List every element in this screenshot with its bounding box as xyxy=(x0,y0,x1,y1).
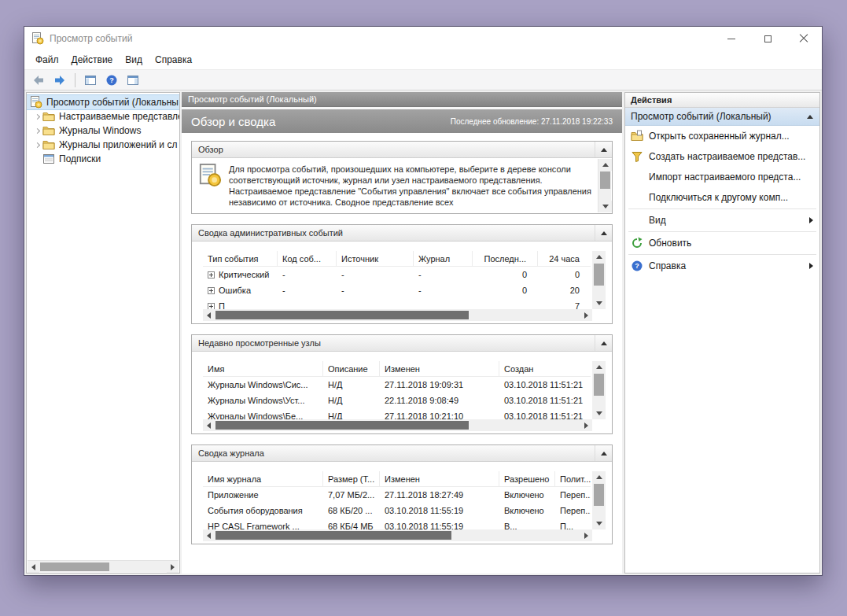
menu-file[interactable]: Файл xyxy=(29,54,65,65)
scroll-down-button[interactable] xyxy=(592,518,606,529)
scrollbar-thumb[interactable] xyxy=(600,172,610,189)
expand-chevron[interactable] xyxy=(31,129,42,133)
actions-group-header[interactable]: Просмотр событий (Локальный) xyxy=(625,108,819,126)
overview-section-header[interactable]: Обзор xyxy=(192,142,612,158)
table-row[interactable]: Журналы Windows\Уст... Н/Д 22.11.2018 9:… xyxy=(203,393,591,408)
scroll-left-button[interactable] xyxy=(203,529,215,541)
scroll-left-button[interactable] xyxy=(203,309,215,321)
scroll-down-button[interactable] xyxy=(592,408,606,419)
recent-nodes-section-header[interactable]: Недавно просмотренные узлы xyxy=(192,335,612,352)
titlebar[interactable]: Просмотр событий xyxy=(24,27,822,50)
log-summary-vertical-scrollbar[interactable] xyxy=(592,471,606,529)
log-summary-horizontal-scrollbar[interactable] xyxy=(203,529,592,541)
scrollbar-thumb[interactable] xyxy=(594,264,604,286)
expand-chevron[interactable] xyxy=(31,115,42,119)
scroll-right-button[interactable] xyxy=(167,561,179,573)
scroll-right-button[interactable] xyxy=(580,309,592,321)
menu-help[interactable]: Справка xyxy=(149,54,198,65)
minimize-button[interactable] xyxy=(713,27,749,50)
column-header[interactable]: Изменен xyxy=(380,471,499,486)
overview-vertical-scrollbar[interactable] xyxy=(598,159,611,212)
scroll-left-button[interactable] xyxy=(203,419,215,431)
tree-item-custom-views[interactable]: Настраиваемые представле xyxy=(27,109,179,124)
menu-action[interactable]: Действие xyxy=(65,54,120,65)
scroll-up-button[interactable] xyxy=(592,251,606,263)
console-tree-toggle-button[interactable] xyxy=(82,72,99,89)
recent-nodes-vertical-scrollbar[interactable] xyxy=(592,361,606,419)
scroll-up-button[interactable] xyxy=(598,159,612,171)
scrollbar-thumb[interactable] xyxy=(215,311,469,319)
table-row[interactable]: События оборудования 68 КБ/20 ... 03.10.… xyxy=(203,503,591,518)
recent-nodes-horizontal-scrollbar[interactable] xyxy=(203,419,592,431)
actions-panel-title: Действия xyxy=(625,93,819,108)
action-import-custom-view[interactable]: Импорт настраиваемого предста... xyxy=(625,167,819,187)
column-header[interactable]: Размер (Т... xyxy=(323,471,380,486)
scroll-right-button[interactable] xyxy=(580,529,592,541)
admin-summary-vertical-scrollbar[interactable] xyxy=(592,251,606,309)
log-summary-section-header[interactable]: Сводка журнала xyxy=(192,445,612,462)
column-header[interactable]: Описание xyxy=(323,361,380,376)
action-refresh[interactable]: Обновить xyxy=(625,233,819,253)
table-row[interactable]: Приложение 7,07 МБ/2... 27.11.2018 18:27… xyxy=(203,487,591,503)
expand-plus-icon[interactable] xyxy=(208,287,215,294)
column-header[interactable]: Полит... xyxy=(555,471,591,486)
log-summary-table: Имя журнала Размер (Т... Изменен Разреше… xyxy=(203,471,591,534)
collapse-button[interactable] xyxy=(595,225,612,241)
column-header[interactable]: Код соб... xyxy=(278,251,337,266)
table-row[interactable]: Ошибка - - - 0 20 xyxy=(203,282,591,298)
maximize-button[interactable] xyxy=(749,27,786,50)
admin-summary-section-header[interactable]: Сводка административных событий xyxy=(192,225,612,242)
scrollbar-thumb[interactable] xyxy=(215,421,469,430)
collapse-button[interactable] xyxy=(595,445,612,461)
column-header[interactable]: Тип события xyxy=(203,251,278,266)
scroll-up-button[interactable] xyxy=(592,361,606,373)
column-header[interactable]: Создан xyxy=(499,361,591,376)
column-header[interactable]: Имя xyxy=(203,361,323,376)
forward-button[interactable] xyxy=(51,72,68,89)
results-panel: Просмотр событий (Локальный) Обзор и сво… xyxy=(182,92,622,574)
column-header[interactable]: Источник xyxy=(337,251,414,266)
scrollbar-thumb[interactable] xyxy=(40,563,109,571)
scroll-up-button[interactable] xyxy=(592,471,606,483)
table-row[interactable]: Журналы Windows\Сис... Н/Д 27.11.2018 19… xyxy=(203,377,591,393)
action-connect-other-computer[interactable]: Подключиться к другому комп... xyxy=(625,187,819,208)
tree-item-subscriptions[interactable]: Подписки xyxy=(27,152,179,166)
help-toolbar-button[interactable]: ? xyxy=(103,72,120,89)
action-view-submenu[interactable]: Вид xyxy=(625,210,819,231)
scroll-left-button[interactable] xyxy=(28,561,39,573)
admin-summary-horizontal-scrollbar[interactable] xyxy=(203,309,592,321)
scroll-right-button[interactable] xyxy=(580,419,592,431)
scrollbar-thumb[interactable] xyxy=(215,531,451,540)
action-open-saved-log[interactable]: Открыть сохраненный журнал... xyxy=(625,126,819,146)
collapse-button[interactable] xyxy=(595,335,612,351)
import-view-icon xyxy=(631,171,643,183)
column-header[interactable]: Журнал xyxy=(414,251,473,266)
action-create-custom-view[interactable]: Создать настраиваемое представ... xyxy=(625,146,819,167)
tree-horizontal-scrollbar[interactable] xyxy=(28,560,179,572)
column-header[interactable]: Изменен xyxy=(380,361,499,376)
tree-item-event-viewer-root[interactable]: Просмотр событий (Локальны xyxy=(27,95,179,109)
expand-plus-icon[interactable] xyxy=(208,271,215,278)
tree-item-windows-logs[interactable]: Журналы Windows xyxy=(27,124,179,138)
column-header[interactable]: Разрешено xyxy=(499,471,555,486)
action-pane-toggle-button[interactable] xyxy=(124,72,142,89)
tree-item-label: Журналы Windows xyxy=(59,125,141,136)
expand-chevron[interactable] xyxy=(31,143,42,147)
menu-view[interactable]: Вид xyxy=(119,54,149,65)
event-viewer-app-icon xyxy=(30,96,42,109)
close-button[interactable] xyxy=(786,27,822,50)
scrollbar-thumb[interactable] xyxy=(594,374,604,396)
column-header[interactable]: Последн... xyxy=(473,251,538,266)
scrollbar-thumb[interactable] xyxy=(594,484,604,506)
action-label: Открыть сохраненный журнал... xyxy=(649,131,790,142)
column-header[interactable]: 24 часа xyxy=(538,251,591,266)
table-cell: Критический xyxy=(219,270,269,279)
scroll-down-button[interactable] xyxy=(598,201,612,212)
back-button[interactable] xyxy=(30,72,47,89)
column-header[interactable]: Имя журнала xyxy=(203,471,323,486)
table-row[interactable]: Критический - - - 0 0 xyxy=(203,267,591,282)
tree-item-app-service-logs[interactable]: Журналы приложений и сл xyxy=(27,138,179,152)
collapse-button[interactable] xyxy=(595,142,612,157)
action-help-submenu[interactable]: ? Справка xyxy=(625,256,819,276)
scroll-down-button[interactable] xyxy=(592,297,606,309)
